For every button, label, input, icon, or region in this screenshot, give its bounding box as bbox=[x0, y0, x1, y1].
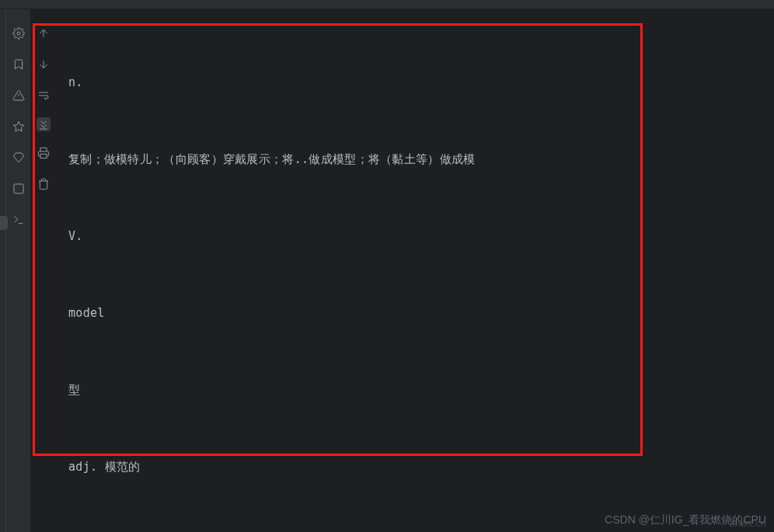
scroll-to-end-icon[interactable] bbox=[37, 117, 51, 131]
square-icon[interactable] bbox=[12, 182, 26, 196]
watermark-primary: CSDN @仁川IG_看我燃烧的CPU bbox=[605, 513, 766, 527]
console-line: n. bbox=[68, 70, 758, 96]
svg-rect-9 bbox=[40, 154, 47, 158]
console-output[interactable]: n. 复制；做模特儿；（向顾客）穿戴展示；将..做成模型；将（黏土等）做成模 V… bbox=[56, 9, 774, 532]
warning-icon[interactable] bbox=[12, 89, 26, 103]
settings-icon[interactable] bbox=[12, 26, 26, 40]
soft-wrap-icon[interactable] bbox=[37, 89, 51, 103]
arrow-down-icon[interactable] bbox=[37, 57, 51, 71]
tool-window-stripe-left[interactable] bbox=[0, 9, 6, 532]
console-line: 复制；做模特儿；（向顾客）穿戴展示；将..做成模型；将（黏土等）做成模 bbox=[68, 147, 758, 172]
star-icon[interactable] bbox=[12, 120, 26, 134]
terminal-icon[interactable] bbox=[12, 213, 26, 227]
main-area: n. 复制；做模特儿；（向顾客）穿戴展示；将..做成模型；将（黏土等）做成模 V… bbox=[0, 9, 774, 532]
console-line: model bbox=[68, 301, 758, 326]
print-icon[interactable] bbox=[37, 146, 51, 160]
trash-icon[interactable] bbox=[37, 177, 51, 191]
console-line: adj. 模范的 bbox=[68, 454, 758, 480]
editor-top-bar bbox=[0, 0, 774, 9]
bookmark-icon[interactable] bbox=[12, 57, 26, 71]
svg-marker-3 bbox=[13, 121, 23, 131]
svg-point-0 bbox=[17, 32, 20, 35]
svg-rect-4 bbox=[14, 184, 23, 193]
console-line: V. bbox=[68, 224, 758, 249]
console-line: 型 bbox=[68, 377, 758, 403]
console-gutter bbox=[31, 9, 56, 532]
diamond-icon[interactable] bbox=[12, 151, 26, 165]
arrow-up-icon[interactable] bbox=[37, 26, 51, 40]
left-tool-icons bbox=[6, 9, 31, 532]
collapse-handle[interactable] bbox=[0, 216, 8, 230]
